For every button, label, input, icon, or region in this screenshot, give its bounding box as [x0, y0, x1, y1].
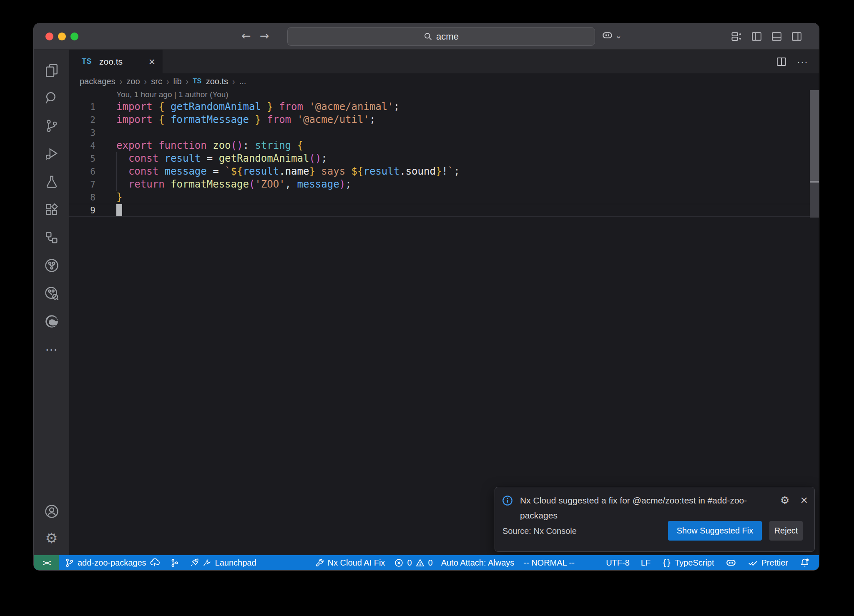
copilot-status-item[interactable]	[726, 557, 736, 568]
reject-button[interactable]: Reject	[769, 521, 803, 541]
code-line-6[interactable]: 6 const message = `${result.name} says $…	[69, 165, 810, 178]
tab-strip: TS zoo.ts × ···	[69, 50, 819, 73]
breadcrumb-item[interactable]: packages	[80, 77, 116, 86]
split-editor-icon[interactable]	[776, 56, 787, 67]
editor-scrollbar-lower[interactable]	[810, 183, 819, 218]
source-control-icon[interactable]	[44, 118, 60, 134]
settings-gear-icon[interactable]: ⚙	[44, 530, 60, 546]
code-line-7[interactable]: 7 return formatMessage('ZOO', message);	[69, 178, 810, 191]
tab-close-icon[interactable]: ×	[149, 56, 155, 67]
error-count: 0	[407, 558, 412, 568]
notifications-status-item[interactable]	[799, 558, 810, 568]
line-number[interactable]: 5	[69, 154, 95, 164]
notification-settings-icon[interactable]: ⚙	[780, 494, 789, 506]
code-line-5[interactable]: 5 const result = getRandomAnimal();	[69, 152, 810, 165]
copilot-icon	[602, 30, 613, 41]
line-number[interactable]: 9	[69, 205, 95, 215]
line-number[interactable]: 8	[69, 193, 95, 203]
vim-mode-label: -- NORMAL --	[523, 558, 575, 568]
breadcrumb-file-icon: TS	[193, 78, 201, 85]
line-number[interactable]: 1	[69, 102, 95, 112]
command-center-search[interactable]: acme	[287, 27, 595, 46]
project-graph-icon[interactable]	[44, 230, 60, 245]
toggle-secondary-sidebar-icon[interactable]	[791, 31, 802, 42]
explorer-icon[interactable]	[44, 62, 60, 78]
breadcrumb-file[interactable]: zoo.ts	[206, 77, 228, 86]
problems-status-item[interactable]: 0 0	[394, 558, 432, 568]
tab-zoo-ts[interactable]: TS zoo.ts ×	[69, 50, 163, 73]
breadcrumb-item[interactable]: zoo	[126, 77, 140, 86]
edge-tools-icon[interactable]	[44, 313, 60, 329]
navigate-back-icon[interactable]: ←	[241, 29, 251, 42]
eol-status-item[interactable]: LF	[641, 558, 651, 568]
nx-console-icon[interactable]	[44, 258, 60, 273]
navigate-forward-icon[interactable]: →	[260, 29, 269, 42]
extensions-icon[interactable]	[44, 202, 60, 218]
additional-views-icon[interactable]: ⋯	[44, 341, 60, 357]
line-number[interactable]: 4	[69, 141, 95, 151]
window-zoom-button[interactable]	[70, 33, 78, 40]
gitlens-blame-annotation: You, 1 hour ago | 1 author (You)	[116, 90, 229, 99]
notification-close-icon[interactable]: ×	[800, 494, 808, 506]
nx-cloud-icon[interactable]	[44, 285, 60, 301]
warnings-icon	[415, 558, 425, 568]
notification-source: Source: Nx Console	[502, 526, 577, 536]
code-line-content: }	[116, 191, 122, 204]
editor-scrollbar[interactable]	[810, 90, 819, 181]
cloud-upload-icon	[150, 558, 160, 568]
code-editor[interactable]: 1import { getRandomAnimal } from '@acme/…	[69, 100, 810, 217]
line-number[interactable]: 7	[69, 180, 95, 190]
breadcrumb-separator: ›	[186, 77, 189, 86]
nx-fix-label: Nx Cloud AI Fix	[328, 558, 385, 568]
code-line-content: const message = `${result.name} says ${r…	[116, 165, 460, 178]
toggle-primary-sidebar-icon[interactable]	[751, 31, 762, 42]
remote-indicator[interactable]: ><	[34, 555, 59, 570]
breadcrumb-separator: ›	[120, 77, 123, 86]
code-line-3[interactable]: 3	[69, 126, 810, 139]
tab-label: zoo.ts	[99, 57, 123, 67]
code-line-1[interactable]: 1import { getRandomAnimal } from '@acme/…	[69, 100, 810, 113]
show-suggested-fix-button[interactable]: Show Suggested Fix	[668, 521, 762, 541]
errors-icon	[394, 558, 404, 568]
more-actions-icon[interactable]: ···	[797, 56, 808, 68]
breadcrumb-item[interactable]: lib	[173, 77, 182, 86]
formatter-status-item[interactable]: Prettier	[748, 558, 788, 568]
run-debug-icon[interactable]	[44, 146, 60, 162]
auto-attach-label: Auto Attach: Always	[441, 558, 515, 568]
breadcrumb-separator: ›	[232, 77, 235, 86]
language-status-item[interactable]: {} TypeScript	[662, 558, 714, 568]
launchpad-status-item[interactable]: Launchpad	[189, 558, 256, 568]
customize-layout-icon[interactable]	[731, 31, 742, 42]
branch-status-item[interactable]: add-zoo-packages	[65, 558, 160, 568]
line-number[interactable]: 3	[69, 128, 95, 138]
testing-icon[interactable]	[44, 174, 60, 190]
accounts-icon[interactable]	[44, 503, 60, 519]
vscode-window: ← → acme ⌄	[33, 23, 819, 571]
line-number[interactable]: 2	[69, 115, 95, 125]
window-minimize-button[interactable]	[58, 33, 66, 40]
title-bar: ← → acme ⌄	[34, 23, 819, 50]
breadcrumb-item[interactable]: src	[151, 77, 162, 86]
code-line-4[interactable]: 4export function zoo(): string {	[69, 139, 810, 152]
vim-mode-status-item[interactable]: -- NORMAL --	[523, 558, 575, 568]
notification-message: Nx Cloud suggested a fix for @acme/zoo:t…	[520, 493, 774, 523]
code-line-8[interactable]: 8}	[69, 191, 810, 204]
code-line-content: return formatMessage('ZOO', message);	[116, 178, 352, 191]
plug-icon	[203, 558, 212, 567]
line-number[interactable]: 6	[69, 167, 95, 177]
breadcrumb: packages›zoo›src›lib›TSzoo.ts›...	[69, 73, 810, 89]
eol-label: LF	[641, 558, 651, 568]
code-line-9[interactable]: 9	[69, 204, 810, 217]
auto-attach-status-item[interactable]: Auto Attach: Always	[441, 558, 515, 568]
code-line-2[interactable]: 2import { formatMessage } from '@acme/ut…	[69, 113, 810, 126]
code-line-content: import { formatMessage } from '@acme/uti…	[116, 113, 375, 126]
window-close-button[interactable]	[45, 33, 53, 40]
nx-cloud-fix-status-item[interactable]: Nx Cloud AI Fix	[315, 558, 385, 568]
copilot-menu[interactable]: ⌄	[602, 30, 622, 41]
search-sidebar-icon[interactable]	[44, 90, 60, 106]
toggle-panel-icon[interactable]	[771, 31, 782, 42]
breadcrumb-overflow[interactable]: ...	[239, 77, 246, 86]
git-graph-status-item[interactable]	[170, 558, 179, 568]
vim-block-cursor	[116, 204, 122, 216]
encoding-status-item[interactable]: UTF-8	[606, 558, 630, 568]
